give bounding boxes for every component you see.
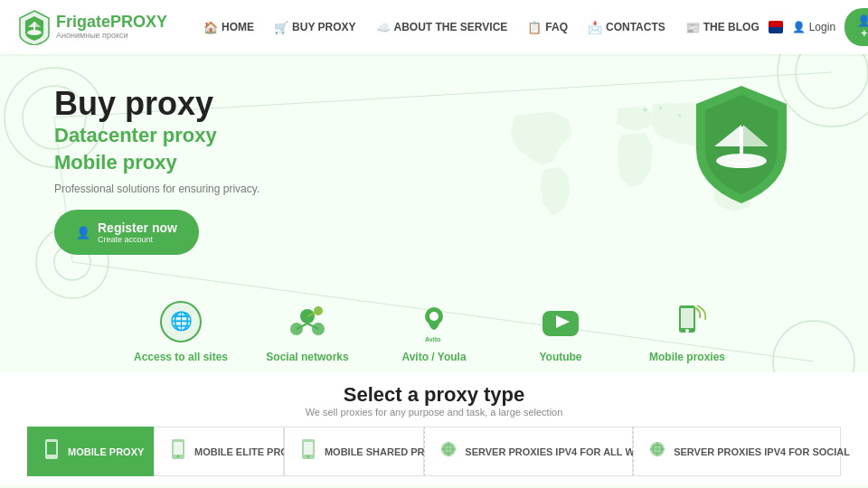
header-right: 👤 Login 👤+ Register now (769, 8, 868, 46)
svg-point-16 (659, 107, 662, 109)
proxy-tabs: MOBILE PROXY MOBILE ELITE PROXY (18, 427, 850, 476)
login-link[interactable]: 👤 Login (792, 21, 835, 33)
hero-subtitle2: Mobile proxy (54, 149, 443, 177)
shield-icon (687, 81, 796, 208)
register-big-icon: 👤 (76, 226, 90, 239)
feature-youtube-label: Youtube (539, 351, 581, 363)
main-nav: 🏠 HOME 🛒 BUY PROXY ☁️ ABOUT THE SERVICE … (194, 15, 769, 40)
hero-section: Buy proxy Datacenter proxy Mobile proxy … (0, 54, 868, 289)
nav-home[interactable]: 🏠 HOME (194, 15, 263, 40)
select-proxy-title: Select a proxy type (18, 383, 850, 407)
hero-subtitle1: Datacenter proxy (54, 122, 443, 150)
feature-avito-youla[interactable]: Avito Avito / Youla (371, 298, 497, 363)
hero-register-button[interactable]: 👤 Register now Create account (54, 210, 199, 255)
features-section: 🌐 Access to all sites Social networks (0, 289, 868, 372)
feature-access-label: Access to all sites (134, 351, 228, 363)
cloud-icon: ☁️ (376, 21, 391, 34)
tab-mobile-proxy[interactable]: MOBILE PROXY (27, 427, 154, 476)
svg-rect-38 (681, 308, 693, 328)
feature-access-sites[interactable]: 🌐 Access to all sites (118, 298, 244, 363)
server-all-tab-icon (439, 440, 458, 463)
mobile-elite-tab-icon (169, 438, 187, 465)
faq-icon: 📋 (527, 21, 542, 34)
feature-mobile-label: Mobile proxies (649, 351, 725, 363)
header-register-button[interactable]: 👤+ Register now (844, 8, 868, 46)
feature-youtube[interactable]: Youtube (497, 298, 624, 363)
tab-mobile-shared-proxy[interactable]: MOBILE SHARED PROXY (284, 427, 424, 476)
svg-rect-44 (174, 442, 183, 455)
nav-about[interactable]: ☁️ ABOUT THE SERVICE (367, 15, 517, 40)
svg-point-39 (685, 329, 689, 333)
select-proxy-section: Select a proxy type We sell proxies for … (0, 372, 868, 485)
user-icon: 👤 (792, 21, 806, 33)
blog-icon: 📰 (685, 21, 700, 34)
svg-point-12 (643, 108, 646, 111)
feature-avito-label: Avito / Youla (401, 351, 466, 363)
logo-name: FrigatePROXY (56, 14, 167, 32)
select-proxy-subtitle: We sell proxies for any purpose and task… (18, 407, 850, 418)
nav-buy-proxy[interactable]: 🛒 BUY PROXY (265, 15, 364, 40)
youtube-icon (537, 298, 584, 345)
access-sites-icon: 🌐 (157, 298, 204, 345)
home-icon: 🏠 (203, 21, 218, 34)
svg-point-45 (177, 455, 180, 458)
logo-sub: Анонимные прокси (56, 32, 167, 41)
nav-blog[interactable]: 📰 THE BLOG (676, 15, 769, 40)
avito-youla-icon: Avito (410, 298, 458, 345)
svg-text:Avito: Avito (425, 336, 440, 343)
logo[interactable]: FrigatePROXY Анонимные прокси (18, 9, 167, 45)
mobile-proxies-icon (664, 298, 711, 345)
svg-text:🌐: 🌐 (170, 310, 193, 332)
register-icon: 👤+ (857, 14, 868, 40)
svg-point-42 (51, 455, 53, 458)
svg-point-48 (307, 455, 309, 458)
language-flag[interactable] (769, 21, 783, 33)
tab-server-ipv4-all[interactable]: SERVER PROXIES IPV4 FOR ALL WEBSITES (424, 427, 633, 476)
logo-icon (18, 9, 51, 45)
cart-icon: 🛒 (274, 21, 288, 34)
svg-rect-47 (304, 442, 313, 455)
svg-point-15 (678, 114, 681, 117)
hero-description: Professional solutions for ensuring priv… (54, 183, 443, 195)
hero-visual (443, 72, 832, 289)
nav-faq[interactable]: 📋 FAQ (518, 15, 577, 40)
server-social-tab-icon (648, 440, 666, 463)
hero-text: Buy proxy Datacenter proxy Mobile proxy … (54, 72, 443, 289)
tab-mobile-elite-proxy[interactable]: MOBILE ELITE PROXY (154, 427, 284, 476)
feature-social-networks[interactable]: Social networks (244, 298, 371, 363)
tab-server-ipv4-social[interactable]: SERVER PROXIES IPV4 FOR SOCIAL MEDIA (633, 427, 841, 476)
svg-rect-41 (47, 442, 56, 455)
mobile-shared-tab-icon (299, 438, 317, 465)
nav-contacts[interactable]: 📩 CONTACTS (579, 15, 675, 40)
hero-title: Buy proxy (54, 86, 443, 122)
header: FrigatePROXY Анонимные прокси 🏠 HOME 🛒 B… (0, 0, 868, 54)
feature-mobile-proxies[interactable]: Mobile proxies (624, 298, 750, 363)
svg-point-33 (429, 312, 439, 321)
mobile-proxy-tab-icon (42, 438, 61, 465)
social-networks-icon (284, 298, 331, 345)
contacts-icon: 📩 (588, 21, 602, 34)
feature-social-label: Social networks (266, 351, 348, 363)
